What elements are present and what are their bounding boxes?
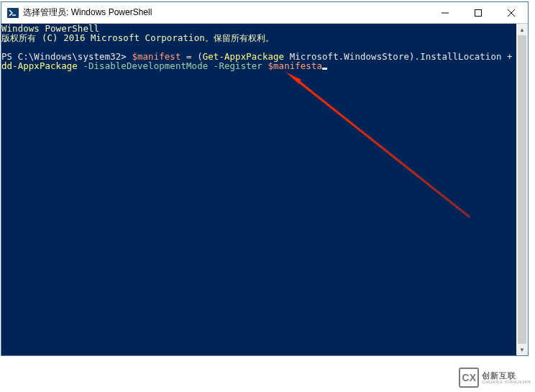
ps-cmdlet: dd-AppxPackage — [1, 60, 78, 71]
maximize-button[interactable] — [462, 2, 495, 24]
annotation-arrow — [1, 24, 518, 355]
scroll-down-button[interactable]: ▼ — [516, 344, 528, 355]
watermark-logo: CX — [459, 368, 479, 388]
powershell-icon — [7, 7, 19, 19]
close-button[interactable] — [495, 2, 528, 24]
scroll-up-button[interactable]: ▲ — [516, 24, 528, 35]
ps-flag: -DisableDevelopmentMode — [78, 60, 208, 71]
scroll-track[interactable] — [516, 35, 528, 344]
console-area[interactable]: Windows PowerShell 版权所有 (C) 2016 Microso… — [1, 24, 528, 355]
console-text: Windows PowerShell 版权所有 (C) 2016 Microso… — [1, 24, 516, 70]
powershell-window: 选择管理员: Windows PowerShell Windows PowerS… — [1, 1, 529, 356]
vertical-scrollbar[interactable]: ▲ ▼ — [516, 24, 528, 355]
watermark-main: 创新互联 — [482, 371, 531, 380]
svg-rect-1 — [475, 9, 482, 16]
svg-marker-2 — [285, 72, 301, 83]
watermark-sub: CHUANG XINHULIAN — [482, 380, 531, 385]
watermark: CX 创新互联 CHUANG XINHULIAN — [459, 368, 531, 388]
minimize-button[interactable] — [429, 2, 462, 24]
titlebar[interactable]: 选择管理员: Windows PowerShell — [1, 2, 528, 24]
scroll-thumb[interactable] — [518, 35, 526, 344]
ps-flag: -Register — [208, 60, 268, 71]
text-cursor — [322, 68, 327, 70]
ps-copyright: 版权所有 (C) 2016 Microsoft Corporation。保留所有… — [1, 32, 275, 43]
window-title: 选择管理员: Windows PowerShell — [23, 6, 152, 19]
ps-variable: $manifesta — [268, 60, 322, 71]
watermark-text: 创新互联 CHUANG XINHULIAN — [482, 371, 531, 385]
